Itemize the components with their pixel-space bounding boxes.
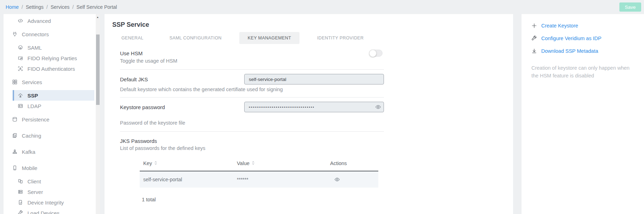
sidebar-item-mobile[interactable]: Mobile (4, 160, 100, 176)
table-body: self-service-portal****** (140, 171, 378, 188)
eye-icon (334, 177, 340, 182)
breadcrumb-separator: / (21, 4, 23, 10)
sidebar-item-label: Server (27, 189, 43, 195)
divider (120, 69, 384, 70)
keystore-password-field (244, 102, 384, 112)
target-icon (18, 45, 23, 50)
devices-icon (18, 178, 23, 184)
sidebar-item-saml[interactable]: SAML (4, 42, 100, 53)
grid-icon (12, 79, 18, 85)
sidebar-item-label: Mobile (22, 165, 37, 171)
sidebar-item-server[interactable]: Server (4, 187, 100, 197)
show-password-button[interactable] (375, 104, 381, 110)
sidebar-item-kafka[interactable]: Kafka (4, 144, 100, 160)
plug-icon (12, 31, 18, 37)
keystore-password-input[interactable] (244, 102, 384, 112)
main-panel: SSP Service GENERALSAML CONFIGURATIONKEY… (105, 14, 513, 214)
breadcrumb-services: Services (51, 4, 70, 10)
default-jks-input[interactable] (244, 74, 384, 84)
sidebar-item-caching[interactable]: Caching (4, 127, 100, 144)
action-link-configure-veridium-as-idp[interactable]: Configure Veridium as IDP (531, 34, 636, 42)
sidebar-item-label: Load Devices (27, 210, 59, 214)
network-icon (12, 149, 18, 155)
server-icon (18, 189, 23, 195)
table-row: self-service-portal****** (140, 171, 378, 188)
sidebar-item-fido-relying-parties[interactable]: FIDO Relying Parties (4, 53, 100, 63)
table-total: 1 total (142, 197, 384, 202)
eye-icon (375, 104, 381, 110)
keystore-password-label: Keystore password (120, 104, 244, 110)
screen-lock-icon (18, 55, 23, 61)
default-jks-row: Default JKS (120, 74, 384, 84)
tab-key-management[interactable]: KEY MANAGEMENT (239, 32, 299, 44)
jks-passwords-table: KeyValueActions self-service-portal*****… (140, 156, 378, 188)
scroll-up-icon[interactable]: ▲ (96, 16, 99, 18)
save-button[interactable]: Save (619, 2, 641, 12)
column-header-key[interactable]: Key (140, 160, 233, 166)
column-label: Actions (330, 160, 347, 166)
clipboard-bolt-icon (12, 133, 18, 138)
divider (120, 131, 384, 132)
sidebar-item-ldap[interactable]: LDAP (4, 101, 100, 111)
phone-icon (12, 165, 18, 171)
tab-bar: GENERALSAML CONFIGURATIONKEY MANAGEMENTI… (113, 32, 513, 44)
sort-icon[interactable] (252, 160, 255, 166)
tab-identity-provider[interactable]: IDENTITY PROVIDER (309, 32, 372, 44)
top-bar: Home/Settings/Services/Self Service Port… (0, 0, 644, 14)
sidebar-item-connectors[interactable]: Connectors (4, 26, 100, 42)
breadcrumb-separator: / (46, 4, 48, 10)
actions-panel: Create KeystoreConfigure Veridium as IDP… (522, 14, 644, 214)
phone-check-icon (18, 200, 23, 205)
breadcrumb: Home/Settings/Services/Self Service Port… (6, 4, 117, 10)
cell-key: self-service-portal (140, 177, 233, 182)
sidebar-item-label: Persistence (22, 117, 49, 122)
column-label: Key (143, 160, 152, 166)
sidebar-item-fido-authenticators[interactable]: FIDO Authenticators (4, 63, 100, 74)
breadcrumb-self-service-portal: Self Service Portal (76, 4, 117, 10)
tab-general[interactable]: GENERAL (113, 32, 152, 44)
sidebar-item-label: Connectors (22, 31, 49, 37)
sidebar-item-client[interactable]: Client (4, 176, 100, 187)
use-hsm-toggle[interactable] (369, 50, 383, 57)
column-header-value[interactable]: Value (233, 160, 327, 166)
sidebar-item-label: FIDO Relying Parties (27, 55, 77, 61)
sidebar-item-label: SSP (27, 93, 38, 99)
sidebar-item-label: LDAP (27, 103, 41, 109)
sidebar-item-label: FIDO Authenticators (27, 66, 75, 72)
sidebar-item-load-devices[interactable]: Load Devices (4, 208, 100, 214)
scrollbar-thumb[interactable] (96, 34, 100, 105)
code-icon (18, 18, 23, 24)
database-icon (12, 117, 18, 122)
cell-value: ****** (233, 177, 327, 182)
sidebar-item-persistence[interactable]: Persistence (4, 111, 100, 127)
column-header-actions: Actions (327, 160, 378, 166)
show-value-button[interactable] (334, 177, 340, 182)
sidebar-item-ssp[interactable]: SSP (13, 90, 94, 101)
jks-passwords-title: JKS Passwords (120, 138, 384, 144)
breadcrumb-separator: / (72, 4, 74, 10)
form-content: Use HSM Toggle the usage of HSM Default … (120, 50, 384, 202)
plus-icon (531, 23, 537, 29)
sidebar-item-advanced[interactable]: Advanced (4, 15, 100, 26)
use-hsm-row: Use HSM (120, 50, 384, 57)
default-jks-label: Default JKS (120, 76, 244, 82)
download-icon (531, 48, 537, 54)
sidebar-item-label: Caching (22, 133, 41, 139)
sidebar-nav: AdvancedConnectorsSAMLFIDO Relying Parti… (4, 15, 100, 214)
action-link-label: Configure Veridium as IDP (541, 36, 601, 41)
sidebar-item-label: Client (27, 178, 41, 184)
breadcrumb-home[interactable]: Home (6, 4, 19, 10)
tab-saml-configuration[interactable]: SAML CONFIGURATION (161, 32, 230, 44)
sidebar-scrollbar[interactable]: ▲ (96, 14, 100, 214)
sidebar-item-device-integrity[interactable]: Device Integrity (4, 197, 100, 208)
keystore-note: Creation of keystore can only happen whe… (531, 64, 637, 80)
face-scan-icon (18, 66, 23, 71)
action-link-create-keystore[interactable]: Create Keystore (531, 22, 636, 30)
sidebar-item-label: SAML (27, 45, 42, 51)
action-link-download-ssp-metadata[interactable]: Download SSP Metadata (531, 47, 636, 55)
action-link-label: Download SSP Metadata (541, 48, 598, 54)
jks-passwords-help: List of passwords for the defined keys (120, 145, 384, 151)
sort-icon[interactable] (154, 160, 157, 166)
keystore-password-help: Password of the keystore file (120, 120, 384, 126)
sidebar-item-services[interactable]: Services (4, 74, 100, 90)
